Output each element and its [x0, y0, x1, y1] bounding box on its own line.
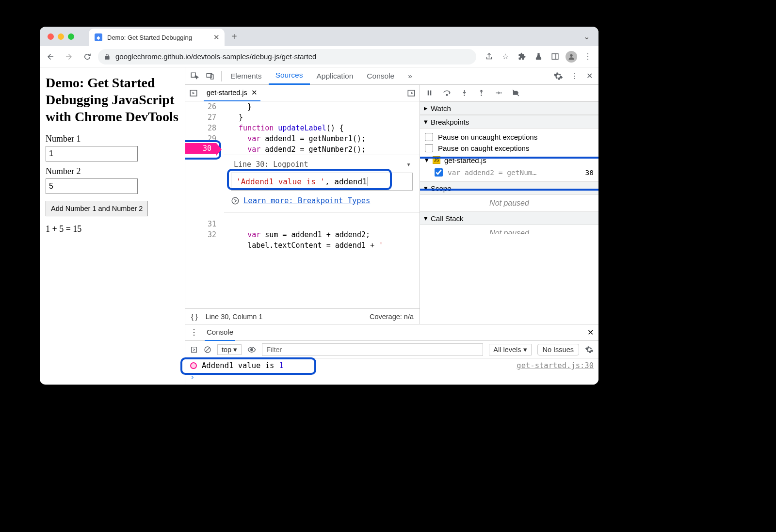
maximize-window-button[interactable] — [68, 33, 74, 40]
logpoint-header: Line 30: Logpoint — [234, 160, 308, 169]
log-level-selector[interactable]: All levels ▾ — [489, 344, 531, 355]
issues-button[interactable]: No Issues — [537, 344, 579, 355]
browser-window: ◆ Demo: Get Started Debugging ✕ + ⌄ goog… — [40, 27, 598, 385]
pause-caught-checkbox[interactable] — [425, 144, 433, 152]
devtools-tabs: Elements Sources Application Console » ⋮… — [185, 67, 598, 85]
close-file-icon[interactable]: ✕ — [251, 89, 258, 97]
lock-icon — [104, 53, 111, 60]
console-output: Addend1 value is 1 get-started.js:30 › — [185, 358, 598, 385]
deactivate-breakpoints-icon[interactable] — [512, 89, 520, 97]
url-bar[interactable]: googlechrome.github.io/devtools-samples/… — [98, 49, 476, 64]
breakpoint-entry[interactable]: var addend2 = getNum… 30 — [425, 166, 594, 178]
step-icon[interactable] — [495, 89, 502, 97]
tab-console[interactable]: Console — [360, 67, 401, 85]
number1-input[interactable] — [46, 146, 138, 161]
format-icon[interactable]: { } — [191, 313, 198, 321]
line-gutter[interactable]: 26272829 30 3132 — [185, 101, 225, 240]
console-log-message: Addend1 value is — [202, 361, 274, 370]
dropdown-icon[interactable]: ▾ — [406, 160, 411, 169]
close-tab-icon[interactable]: ✕ — [213, 33, 220, 42]
navigator-toggle-icon[interactable] — [189, 89, 198, 97]
profile-avatar[interactable] — [564, 49, 579, 64]
svg-rect-0 — [552, 54, 558, 59]
editor-file-tab[interactable]: get-started.js ✕ — [204, 85, 260, 101]
step-into-icon[interactable] — [461, 89, 468, 97]
console-settings-icon[interactable] — [585, 345, 594, 354]
svg-point-14 — [501, 92, 502, 94]
console-log-line: Addend1 value is 1 get-started.js:30 — [190, 361, 594, 370]
reload-button[interactable] — [80, 49, 95, 64]
console-drawer: ⋮ Console ✕ top ▾ — [185, 324, 598, 385]
scope-pane-header[interactable]: ▾ Scope — [420, 181, 598, 195]
back-button[interactable] — [43, 49, 58, 64]
code-editor[interactable]: 26272829 30 3132 } } function updateLabe… — [185, 101, 420, 308]
console-log-value: 1 — [279, 361, 283, 370]
logpoint-input[interactable]: 'Addend1 value is ', addend1 — [231, 173, 413, 191]
more-tabs-icon[interactable]: » — [401, 67, 419, 85]
drawer-tab-console[interactable]: Console — [205, 324, 235, 341]
forward-button[interactable] — [61, 49, 77, 64]
drawer-menu-icon[interactable]: ⋮ — [190, 328, 198, 337]
callstack-not-paused: Not paused — [420, 225, 598, 234]
extensions-icon[interactable] — [514, 49, 530, 64]
editor-tabs: get-started.js ✕ — [185, 85, 420, 101]
step-over-icon[interactable] — [443, 89, 451, 97]
console-filter-input[interactable] — [262, 343, 483, 356]
tab-sources[interactable]: Sources — [269, 67, 310, 85]
side-panel-icon[interactable] — [547, 49, 563, 64]
logpoint-editor[interactable]: Line 30: Logpoint ▾ 'Addend1 value is ',… — [224, 155, 420, 212]
step-out-icon[interactable] — [478, 89, 485, 97]
devtools: Elements Sources Application Console » ⋮… — [185, 67, 598, 385]
svg-line-18 — [206, 348, 210, 352]
browser-tab[interactable]: ◆ Demo: Get Started Debugging ✕ — [89, 29, 225, 46]
logpoint-marker[interactable]: 30 — [185, 143, 216, 154]
chrome-menu-icon[interactable]: ⋮ — [580, 49, 596, 64]
svg-point-8 — [232, 197, 239, 204]
svg-point-2 — [570, 54, 572, 56]
devtools-menu-icon[interactable]: ⋮ — [571, 72, 579, 81]
inspect-element-icon[interactable] — [190, 72, 199, 81]
add-button[interactable]: Add Number 1 and Number 2 — [46, 201, 148, 216]
coverage-status: Coverage: n/a — [370, 313, 414, 321]
breakpoint-file[interactable]: ▾ JS get-started.js — [425, 154, 594, 166]
execution-context-icon[interactable] — [190, 346, 198, 354]
pause-icon[interactable] — [426, 89, 433, 97]
labs-icon[interactable] — [531, 49, 546, 64]
device-toggle-icon[interactable] — [206, 72, 214, 81]
snippets-icon[interactable] — [407, 89, 416, 97]
devtools-close-icon[interactable]: ✕ — [586, 72, 593, 81]
new-tab-button[interactable]: + — [231, 31, 237, 42]
breakpoint-checkbox[interactable] — [435, 168, 443, 177]
learn-more-link[interactable]: Learn more: Breakpoint Types — [243, 196, 370, 205]
js-file-icon: JS — [433, 156, 440, 164]
live-expression-icon[interactable] — [247, 345, 256, 354]
console-source-link[interactable]: get-started.js:30 — [517, 361, 594, 370]
breakpoints-pane-header[interactable]: ▾ Breakpoints — [420, 115, 598, 129]
svg-point-11 — [446, 94, 448, 96]
svg-point-19 — [251, 348, 253, 351]
settings-icon[interactable] — [553, 71, 563, 81]
tab-application[interactable]: Application — [310, 67, 360, 85]
tab-elements[interactable]: Elements — [224, 67, 269, 85]
address-bar: googlechrome.github.io/devtools-samples/… — [40, 46, 598, 67]
pause-uncaught-checkbox[interactable] — [425, 133, 433, 141]
clear-console-icon[interactable] — [204, 346, 211, 354]
tabs-dropdown-icon[interactable]: ⌄ — [583, 32, 590, 41]
debugger-controls — [420, 85, 598, 101]
close-window-button[interactable] — [48, 33, 54, 40]
drawer-close-icon[interactable]: ✕ — [587, 328, 594, 337]
editor-column: get-started.js ✕ 26272829 30 — [185, 85, 420, 324]
minimize-window-button[interactable] — [58, 33, 64, 40]
svg-rect-10 — [430, 91, 432, 96]
share-icon[interactable] — [481, 49, 497, 64]
scope-not-paused: Not paused — [420, 195, 598, 211]
console-prompt[interactable]: › — [190, 373, 594, 382]
content-area: Demo: Get Started Debugging JavaScript w… — [40, 67, 598, 385]
watch-pane-header[interactable]: ▸ Watch — [420, 101, 598, 115]
bookmark-icon[interactable]: ☆ — [498, 49, 513, 64]
tab-title: Demo: Get Started Debugging — [107, 34, 209, 41]
number2-input[interactable] — [46, 178, 138, 194]
context-selector[interactable]: top ▾ — [217, 344, 242, 355]
callstack-pane-header[interactable]: ▾ Call Stack — [420, 211, 598, 225]
favicon: ◆ — [95, 33, 102, 41]
